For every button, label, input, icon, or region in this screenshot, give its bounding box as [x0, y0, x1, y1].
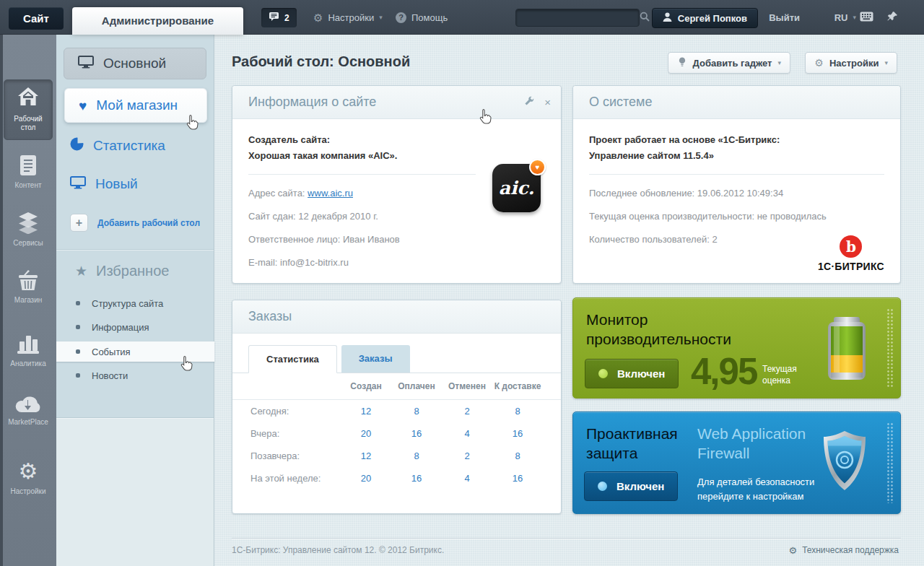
- order-count-link[interactable]: 4: [442, 428, 492, 439]
- search-input[interactable]: [516, 13, 640, 23]
- favorite-item-information[interactable]: Информация: [56, 317, 214, 337]
- wrench-icon[interactable]: [524, 96, 534, 109]
- bitrix-logo: b 1С·БИТРИКС: [818, 235, 884, 272]
- divider: [248, 174, 476, 175]
- favorite-label: Новости: [92, 370, 128, 381]
- aic-logo-text: aic.: [499, 178, 535, 199]
- close-icon[interactable]: ×: [544, 97, 551, 108]
- favorite-item-events[interactable]: События: [56, 341, 214, 362]
- row-label: На этой неделе:: [250, 473, 341, 484]
- system-project-line: Управление сайтом 11.5.4»: [589, 148, 884, 164]
- sidebar-divider: [56, 249, 214, 250]
- order-count-link[interactable]: 8: [391, 450, 442, 461]
- column-to-delivery: К доставке: [492, 381, 543, 391]
- order-count-link[interactable]: 16: [492, 473, 543, 484]
- widget-site-info-header: Информация о сайте ×: [232, 86, 561, 119]
- iconbar-item-analytics[interactable]: Аналитика: [0, 333, 56, 369]
- topbar-help-menu[interactable]: ? Помощь: [396, 0, 448, 35]
- orders-table-header: Создан Оплачен Отменен К доставке: [232, 373, 561, 400]
- pin-toggle[interactable]: [887, 0, 898, 35]
- order-count-link[interactable]: 4: [442, 473, 492, 484]
- desktop-settings-button[interactable]: ⚙ Настройки ▾: [805, 52, 897, 74]
- proactive-status-button[interactable]: Включен: [584, 471, 678, 501]
- iconbar-item-marketplace[interactable]: MarketPlace: [0, 394, 56, 427]
- order-count-link[interactable]: 2: [442, 450, 492, 461]
- order-count-link[interactable]: 2: [442, 406, 492, 417]
- order-count-link[interactable]: 16: [391, 428, 442, 439]
- order-count-link[interactable]: 16: [492, 428, 543, 439]
- topbar-search: [515, 9, 640, 27]
- add-desktop-button[interactable]: + Добавить рабочий стол: [70, 214, 200, 232]
- email-row: E-mail: info@1c-bitrix.ru: [248, 257, 545, 268]
- user-menu-button[interactable]: Сергей Попков: [652, 8, 758, 28]
- sidebar-label-new: Новый: [95, 176, 138, 192]
- sidebar-item-statistics[interactable]: Статистика: [70, 137, 165, 154]
- tab-statistics[interactable]: Статистика: [248, 345, 337, 373]
- note-line: перейдите к настройкам: [697, 489, 814, 504]
- subtitle-line: Firewall: [697, 443, 806, 463]
- order-count-link[interactable]: 20: [341, 473, 391, 484]
- order-count-link[interactable]: 20: [341, 428, 391, 439]
- bullet-icon: [76, 325, 80, 329]
- topbar-help-label: Помощь: [411, 12, 448, 23]
- iconbar-label-settings: Настройки: [3, 487, 53, 497]
- performance-title: Монитор производительности: [586, 310, 731, 349]
- shield-icon: [821, 430, 868, 499]
- favorite-label: Структура сайта: [92, 298, 163, 309]
- favorite-item-news[interactable]: Новости: [56, 365, 214, 386]
- language-selector[interactable]: RU ▾: [834, 0, 856, 35]
- order-count-link[interactable]: 8: [492, 450, 543, 461]
- layers-icon: [17, 212, 40, 234]
- widget-proactive-protection: Проактивная защита Web Application Firew…: [572, 412, 901, 514]
- status-label: Включен: [616, 480, 664, 492]
- main-content: Рабочий стол: Основной Добавить гаджет ▾…: [214, 35, 924, 566]
- performance-status-button[interactable]: Включен: [585, 359, 679, 388]
- support-link[interactable]: ⚙ Техническая поддержка: [789, 545, 899, 555]
- iconbar-label-shop: Магазин: [4, 296, 52, 305]
- widget-about-system: О системе Проект работает на основе «1С-…: [572, 85, 901, 284]
- row-label: E-mail:: [248, 257, 277, 268]
- sidebar-item-main-desktop[interactable]: Основной: [64, 48, 206, 79]
- notifications-count: 2: [284, 13, 289, 23]
- notifications-chip[interactable]: 2: [261, 8, 297, 27]
- tab-site[interactable]: Сайт: [9, 7, 64, 30]
- order-count-link[interactable]: 8: [391, 406, 442, 417]
- site-url-link[interactable]: www.aic.ru: [308, 188, 353, 199]
- cloud-download-icon: [15, 394, 41, 413]
- topbar-settings-menu[interactable]: ⚙ Настройки ▾: [313, 0, 383, 35]
- sidebar-label-statistics: Статистика: [93, 138, 165, 154]
- bar-chart-icon: [17, 333, 40, 354]
- iconbar-item-desktop[interactable]: Рабочий стол: [4, 79, 53, 140]
- order-count-link[interactable]: 12: [341, 406, 391, 417]
- iconbar-item-services[interactable]: Сервисы: [0, 212, 56, 248]
- heart-icon: ♥: [536, 163, 540, 171]
- sidebar-item-my-shop[interactable]: ♥ Мой магазин: [64, 88, 207, 123]
- order-count-link[interactable]: 12: [341, 450, 391, 461]
- sidebar-item-new-desktop[interactable]: Новый: [70, 176, 138, 192]
- tab-orders[interactable]: Заказы: [341, 345, 410, 373]
- security-note: Для деталей безопасности перейдите к нас…: [697, 475, 814, 504]
- iconbar-item-content[interactable]: Контент: [0, 154, 56, 191]
- title-line: Монитор: [586, 310, 731, 329]
- add-gadget-button[interactable]: Добавить гаджет ▾: [668, 52, 790, 74]
- logout-link[interactable]: Выйти: [769, 0, 800, 35]
- chevron-down-icon: ▾: [379, 14, 383, 21]
- gear-icon: ⚙: [789, 546, 798, 555]
- order-count-link[interactable]: 8: [492, 406, 543, 417]
- widget-orders-header: Заказы: [232, 300, 561, 334]
- row-label: Вчера:: [250, 428, 341, 439]
- keyboard-toggle[interactable]: [860, 0, 873, 35]
- iconbar-item-settings[interactable]: ⚙ Настройки: [0, 461, 56, 497]
- row-label: Позавчера:: [250, 450, 341, 461]
- tab-administration[interactable]: Администрирование: [72, 7, 243, 35]
- sidebar-bottom-area: [56, 418, 214, 566]
- iconbar-item-shop[interactable]: Магазин: [0, 269, 56, 305]
- pin-icon: [887, 11, 898, 25]
- column-paid: Оплачен: [391, 381, 442, 391]
- chevron-down-icon: ▾: [884, 59, 888, 66]
- title-line: защита: [586, 443, 678, 463]
- favorite-item-site-structure[interactable]: Структура сайта: [56, 293, 214, 313]
- plus-icon: +: [70, 214, 88, 232]
- help-icon: ?: [396, 12, 406, 23]
- order-count-link[interactable]: 16: [391, 473, 442, 484]
